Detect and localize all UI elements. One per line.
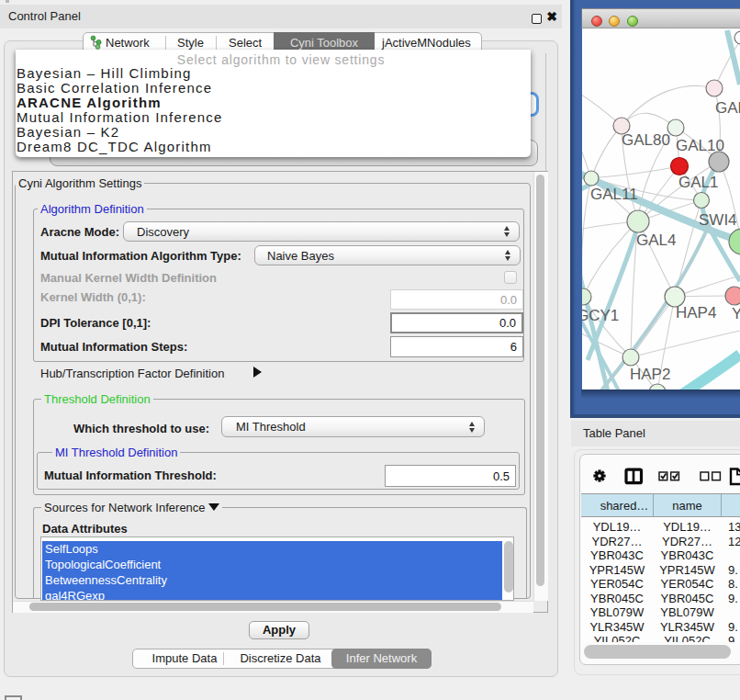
svg-text:GAL11: GAL11 — [590, 186, 638, 203]
svg-text:HAP4: HAP4 — [676, 304, 716, 322]
svg-text:SWI4: SWI4 — [699, 211, 737, 229]
svg-text:GAL10: GAL10 — [676, 137, 724, 154]
svg-text:GCY1: GCY1 — [582, 307, 619, 324]
svg-text:YM: YM — [732, 305, 740, 322]
svg-text:GAL1: GAL1 — [678, 174, 718, 191]
svg-text:GAL4: GAL4 — [636, 231, 676, 249]
svg-text:GAL80: GAL80 — [622, 131, 670, 149]
svg-text:GAL7: GAL7 — [715, 99, 740, 117]
svg-text:HAP2: HAP2 — [630, 366, 670, 383]
